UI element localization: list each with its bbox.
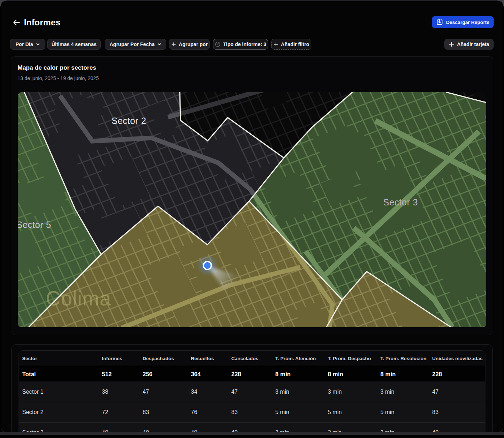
svg-text:Sector 2: Sector 2 xyxy=(112,116,146,126)
svg-text:Sector 3: Sector 3 xyxy=(383,197,418,207)
svg-text:Sector 5: Sector 5 xyxy=(18,220,51,230)
svg-text:Colima: Colima xyxy=(46,287,111,310)
